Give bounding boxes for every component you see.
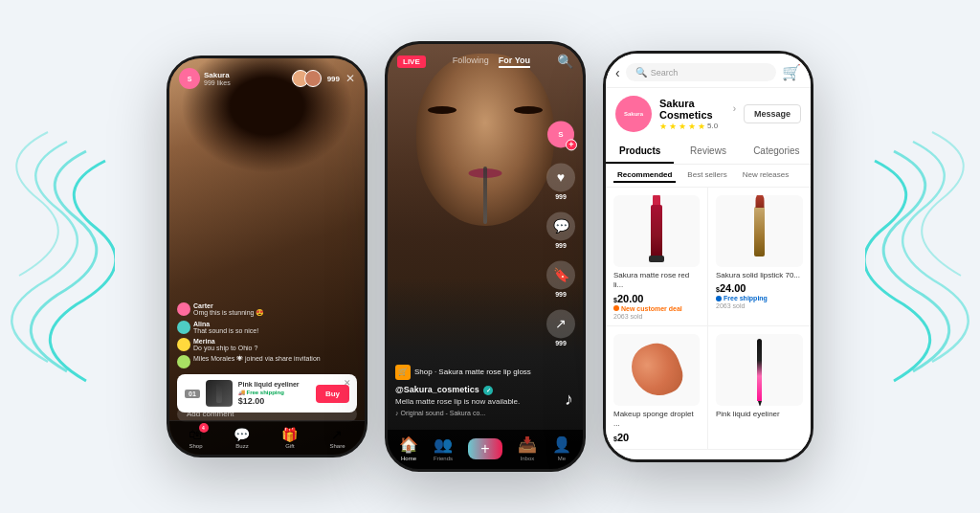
chat-message: Alina That sound is so nice! [177,321,357,334]
product-price-3: 20 [617,432,629,443]
friends-nav-item[interactable]: 👥 Friends [434,435,453,461]
brand-chevron-icon: › [733,103,736,114]
reviews-tab[interactable]: Reviews [674,140,742,164]
buzz-nav-item[interactable]: 💬 Buzz [234,427,250,449]
inbox-nav-item[interactable]: 📥 Inbox [518,435,537,461]
shipping-badge: 🚚 Free shipping [238,389,310,395]
deal-dot-icon [613,305,619,311]
likes-count: 999 likes [204,79,231,86]
product-name-2: Sakura solid lipstick 70... [716,271,803,280]
chat-area: Carter Omg this is stunning 😍 Alina That… [177,302,357,368]
search-icon[interactable]: 🔍 [557,54,573,69]
gift-nav-item[interactable]: 🎁 Gift [281,427,298,449]
user-handle[interactable]: @Sakura_cosmetics ✓ [395,385,537,395]
shop-nav-item[interactable]: 4 🛍 Shop [189,427,202,449]
chat-avatar [177,321,190,334]
product-item-4[interactable]: Pink liquid eyeliner [708,326,811,450]
main-tabs: Products Reviews Categories [606,140,811,165]
categories-tab[interactable]: Categories [743,140,811,164]
product-item-1[interactable]: Sakura matte rose red li... $ 20.00 New … [606,188,708,326]
rating-row: ★ ★ ★ ★ ★ 5.0 [659,122,736,131]
products-tab[interactable]: Products [606,140,674,164]
me-nav-item[interactable]: 👤 Me [552,435,571,461]
product-name-1: Sakura matte rose red li... [613,271,700,291]
product-price-1: 20.00 [617,293,644,304]
brand-name: Sakura Cosmetics [659,98,731,121]
deal-badge-2: Free shipping [716,295,803,301]
like-action[interactable]: ♥ 999 [546,163,575,200]
close-icon[interactable]: ✕ [345,72,355,85]
product-image-3 [613,334,700,406]
product-price-2: 24.00 [720,282,746,294]
left-phone: S Sakura 999 likes 999 ✕ [167,56,368,457]
home-icon: 🏠 [399,435,418,454]
product-name-3: Makeup sponge droplet ... [613,410,700,430]
viewer-count: 999 [327,75,340,83]
new-releases-subtab[interactable]: New releases [739,168,792,183]
create-plus-button[interactable]: + [468,438,502,459]
best-sellers-subtab[interactable]: Best sellers [683,168,730,183]
center-top-bar: LIVE Following For You 🔍 [388,44,583,78]
user-badge: S Sakura 999 likes [179,68,231,89]
close-product-icon[interactable]: ✕ [344,378,351,388]
for-you-tab[interactable]: For You [499,56,530,68]
home-nav-item[interactable]: 🏠 Home [399,435,418,461]
share-nav-item[interactable]: ↗ Share [329,427,345,449]
chat-avatar [177,302,190,316]
share-action[interactable]: ↗ 999 [546,309,575,346]
product-item-3[interactable]: Makeup sponge droplet ... $ 20 [606,326,708,450]
subtabs: Recommended Best sellers New releases [606,165,811,188]
sold-count-1: 2063 sold [613,313,700,320]
product-image-1 [613,195,700,267]
shop-tag[interactable]: 🛒 Shop · Sakura matte rose lip gloss [395,365,537,380]
friends-label: Friends [434,456,453,461]
username: Sakura [204,71,231,79]
share-label: Share [329,443,345,449]
inbox-label: Inbox [521,456,535,461]
inbox-icon: 📥 [518,435,537,454]
right-phone: ‹ 🔍 Search 🛒 Sakura Sakura Cosmetics › [603,51,813,462]
sakura-follow-button[interactable]: S + [547,121,574,147]
avatar: S [179,68,200,89]
product-name-4: Pink liquid eyeliner [716,410,803,419]
brand-avatar: Sakura [615,96,652,132]
shop-label: Shop [189,443,202,449]
center-tabs: Following For You [453,56,530,68]
center-phone: LIVE Following For You 🔍 S + ♥ 999 � [385,41,586,472]
deal-text-1: New customer deal [621,305,682,312]
product-price: $12.00 [238,396,310,406]
buzz-label: Buzz [235,443,248,449]
create-nav-item[interactable]: + [468,438,502,459]
star-3: ★ [679,122,686,131]
buzz-icon: 💬 [234,427,250,442]
star-4: ★ [688,122,696,131]
bottom-nav-center: 🏠 Home 👥 Friends + 📥 Inbox 👤 Me [388,430,583,469]
me-label: Me [558,456,566,461]
recommended-subtab[interactable]: Recommended [613,168,676,183]
message-button[interactable]: Message [744,104,801,123]
shop-label: Shop · Sakura matte rose lip gloss [414,368,531,376]
viewer-avatars [292,70,322,87]
comment-action[interactable]: 💬 999 [546,212,575,249]
product-item-2[interactable]: Sakura solid lipstick 70... $ 24.00 Free… [708,188,811,326]
caption: Mella matte rose lip is now available. [395,397,537,407]
comment-icon: 💬 [546,212,575,240]
bookmark-action[interactable]: 🔖 999 [546,260,575,298]
search-bar[interactable]: 🔍 Search [626,63,776,81]
bookmark-count: 999 [555,291,567,298]
phones-container: S Sakura 999 likes 999 ✕ [167,41,813,472]
bookmark-icon: 🔖 [546,260,575,289]
product-image-4 [716,334,803,406]
tiktok-logo: ♪ [565,390,573,410]
friends-icon: 👥 [434,435,453,454]
rating-number: 5.0 [707,122,718,130]
chat-message: Carter Omg this is stunning 😍 [177,302,357,317]
following-tab[interactable]: Following [453,56,489,68]
products-grid: Sakura matte rose red li... $ 20.00 New … [606,188,811,450]
like-count: 999 [555,193,567,200]
home-label: Home [401,456,416,461]
cart-icon[interactable]: 🛒 [782,63,801,81]
right-top-bar: ‹ 🔍 Search 🛒 [606,54,811,88]
beauty-blender-shape [625,337,688,403]
back-arrow-icon[interactable]: ‹ [615,65,620,80]
